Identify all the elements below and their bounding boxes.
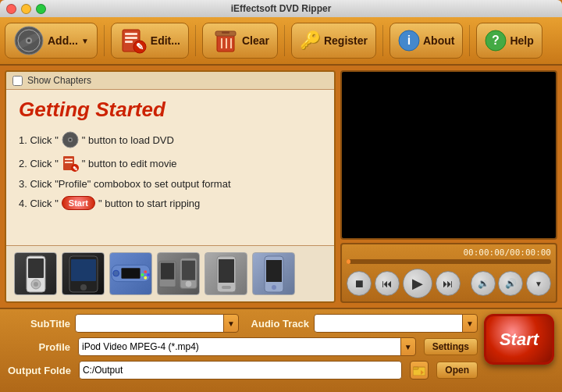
folder-icon — [413, 365, 425, 376]
svg-rect-13 — [222, 31, 229, 34]
time-display: 00:00:00/00:00:00 — [347, 248, 551, 258]
audio-group: Audio Track ▼ — [247, 314, 478, 333]
svg-point-39 — [144, 270, 147, 273]
help-icon: ? — [485, 30, 507, 52]
show-chapters-checkbox[interactable] — [12, 76, 23, 86]
clear-label: Clear — [242, 34, 269, 47]
profile-select-wrapper: iPod Video MPEG-4 (*.mp4) ▼ — [78, 337, 416, 356]
about-button[interactable]: i About — [389, 23, 463, 59]
profile-arrow[interactable]: ▼ — [400, 337, 416, 356]
prev-button[interactable]: ⏮ — [375, 271, 400, 296]
subtitle-audio-row: SubTitle ▼ Audio Track ▼ — [8, 314, 478, 333]
svg-rect-25 — [65, 159, 73, 160]
edit-button[interactable]: ✎ Edit... — [111, 23, 189, 59]
output-row: Output Folde C:/Output Open — [8, 361, 478, 380]
start-button[interactable]: Start — [484, 314, 554, 365]
start-small-badge: Start — [62, 196, 95, 210]
step-1: 1. Click " " button to load DVD — [19, 131, 322, 148]
subtitle-select[interactable] — [75, 314, 224, 333]
device-phone — [205, 252, 247, 295]
edit-label: Edit... — [151, 34, 180, 47]
svg-text:✎: ✎ — [136, 41, 144, 52]
volume-controls: 🔉 🔊 — [471, 271, 523, 296]
info-icon: i — [398, 30, 420, 52]
audio-select-wrapper: ▼ — [314, 314, 478, 333]
player-controls: 00:00:00/00:00:00 ⏹ ⏮ ▶ ⏭ 🔉 🔊 ▼ — [340, 243, 557, 303]
profile-row: Profile iPod Video MPEG-4 (*.mp4) ▼ Sett… — [8, 337, 478, 356]
output-folder-label: Output Folde — [8, 365, 71, 376]
video-preview — [340, 70, 557, 240]
svg-rect-6 — [125, 33, 137, 35]
bottom-area: SubTitle ▼ Audio Track ▼ Profile — [0, 308, 562, 392]
svg-rect-30 — [28, 258, 44, 278]
step-3: 3. Click "Profile" combobox to set outpu… — [19, 178, 322, 190]
progress-bar[interactable] — [347, 259, 551, 264]
dvd-icon — [13, 25, 44, 56]
bottom-main: SubTitle ▼ Audio Track ▼ Profile — [8, 314, 554, 380]
register-button[interactable]: 🔑 Register — [291, 23, 376, 59]
add-dropdown-icon[interactable]: ▼ — [81, 37, 89, 45]
main-area: Show Chapters Getting Started 1. Click "… — [0, 66, 562, 308]
svg-point-23 — [69, 139, 71, 141]
divider2 — [195, 25, 196, 56]
minimize-button[interactable] — [21, 4, 31, 14]
profile-label: Profile — [8, 341, 70, 353]
svg-rect-52 — [266, 260, 282, 282]
clear-button[interactable]: Clear — [202, 23, 278, 59]
total-time: 00:00:00 — [510, 248, 551, 258]
subtitle-arrow[interactable]: ▼ — [223, 314, 239, 333]
dropdown-button[interactable]: ▼ — [526, 271, 551, 296]
about-label: About — [423, 34, 454, 47]
next-button[interactable]: ⏭ — [436, 271, 461, 296]
close-button[interactable] — [6, 4, 16, 14]
svg-point-41 — [147, 273, 150, 276]
add-button[interactable]: Add... ▼ — [5, 23, 98, 59]
svg-rect-34 — [71, 259, 96, 281]
svg-rect-50 — [222, 286, 231, 289]
svg-point-42 — [144, 276, 147, 280]
output-path-field: C:/Output — [79, 361, 402, 380]
svg-text:?: ? — [493, 34, 500, 47]
window-title: iEffectsoft DVD Ripper — [231, 3, 332, 14]
divider1 — [104, 25, 105, 56]
window-controls[interactable] — [6, 4, 46, 14]
settings-button[interactable]: Settings — [424, 338, 478, 355]
svg-point-40 — [141, 273, 144, 276]
help-button[interactable]: ? Help — [476, 23, 542, 59]
dvd-small-icon — [62, 131, 79, 148]
open-button[interactable]: Open — [436, 362, 478, 379]
svg-point-32 — [34, 282, 38, 287]
svg-rect-7 — [125, 37, 137, 39]
maximize-button[interactable] — [36, 4, 46, 14]
audio-track-label: Audio Track — [247, 318, 309, 330]
svg-point-47 — [186, 280, 192, 287]
svg-rect-46 — [182, 260, 195, 280]
device-ipod2 — [62, 252, 105, 295]
volume-down-button[interactable]: 🔉 — [471, 271, 496, 296]
svg-rect-55 — [413, 367, 418, 369]
volume-up-button[interactable]: 🔊 — [498, 271, 523, 296]
register-label: Register — [324, 34, 368, 47]
divider5 — [469, 25, 470, 56]
svg-rect-49 — [219, 259, 234, 283]
toolbar: Add... ▼ ✎ Edit... Clear 🔑 Registe — [0, 17, 562, 66]
svg-rect-37 — [121, 268, 140, 278]
device-group — [157, 252, 200, 295]
step-4: 4. Click " Start " button to start rippi… — [19, 196, 322, 210]
key-icon: 🔑 — [300, 30, 321, 51]
show-chapters-label: Show Chapters — [27, 75, 91, 86]
folder-icon-button[interactable] — [410, 361, 429, 380]
audio-arrow[interactable]: ▼ — [462, 314, 478, 333]
control-buttons: ⏹ ⏮ ▶ ⏭ 🔉 🔊 ▼ — [347, 269, 551, 298]
profile-select[interactable]: iPod Video MPEG-4 (*.mp4) — [78, 337, 401, 356]
audio-select[interactable] — [314, 314, 463, 333]
edit-small-icon: ✎ — [62, 155, 79, 172]
output-path-text: C:/Output — [83, 365, 123, 376]
add-label: Add... — [48, 34, 78, 47]
play-button[interactable]: ▶ — [403, 269, 432, 298]
device-images — [6, 245, 334, 301]
divider4 — [382, 25, 383, 56]
left-panel: Show Chapters Getting Started 1. Click "… — [5, 70, 336, 303]
getting-started-title: Getting Started — [19, 98, 322, 122]
stop-button[interactable]: ⏹ — [347, 271, 372, 296]
